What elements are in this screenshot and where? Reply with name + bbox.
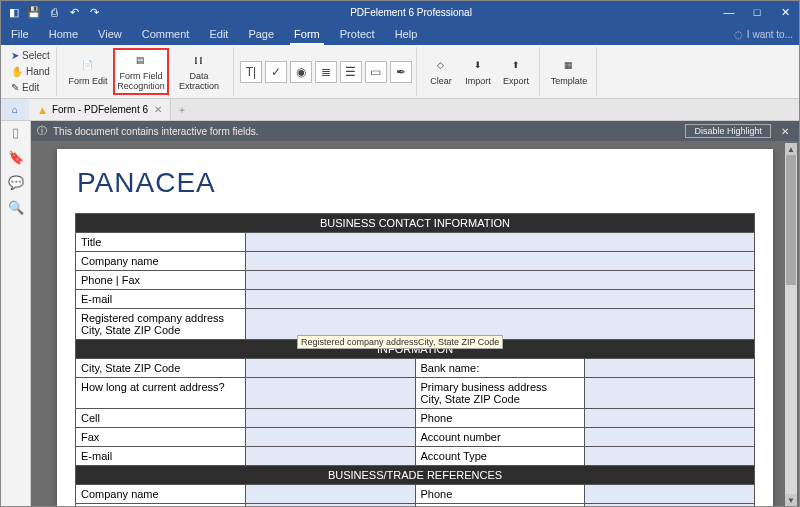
pencil-icon: ✎ [11,82,19,93]
template-button[interactable]: ▦ Template [546,55,592,88]
app-menu-icon[interactable]: ◧ [7,5,21,19]
field-phone2[interactable] [585,485,755,504]
field-email[interactable] [245,290,754,309]
field-company[interactable] [245,252,754,271]
label-acctnum: Account number [415,428,585,447]
close-infobar-icon[interactable]: ✕ [777,126,793,137]
field-phone[interactable] [585,409,755,428]
field-title[interactable] [245,233,754,252]
bookmarks-icon[interactable]: 🔖 [8,150,24,165]
home-tab-icon[interactable]: ⌂ [1,99,29,120]
menu-home[interactable]: Home [39,23,88,45]
menu-form[interactable]: Form [284,23,330,45]
comments-icon[interactable]: 💬 [8,175,24,190]
label-bankname: Bank name: [415,359,585,378]
document-tab-strip: ⌂ ▲ Form - PDFelement 6 ✕ ＋ [1,99,799,121]
search-icon[interactable]: 🔍 [8,200,24,215]
signature-tool[interactable]: ✒ [390,61,412,83]
label-company2: Company name [76,485,246,504]
menu-page[interactable]: Page [238,23,284,45]
info-icon: ⓘ [37,124,47,138]
add-tab-button[interactable]: ＋ [171,99,193,120]
brand-heading: PANACEA [77,167,755,199]
workspace: ▯ 🔖 💬 🔍 ⓘ This document contains interac… [1,121,799,507]
export-icon: ⬆ [506,56,526,76]
import-button[interactable]: ⬇ Import [459,55,497,88]
close-button[interactable]: ✕ [771,6,799,19]
listbox-tool[interactable]: ☰ [340,61,362,83]
save-icon[interactable]: 💾 [27,5,41,19]
clear-button[interactable]: ◇ Clear [423,55,459,88]
data-extraction-button[interactable]: ⫿⫿ Data Extraction [169,50,229,93]
checkbox-tool[interactable]: ✓ [265,61,287,83]
field-company2[interactable] [245,485,415,504]
label-company: Company name [76,252,246,271]
field-primaddr[interactable] [585,378,755,409]
menu-help[interactable]: Help [385,23,428,45]
label-accttype: Account Type [415,447,585,466]
bulb-icon: ◌ [734,29,743,40]
field-cityzip[interactable] [245,359,415,378]
thumbnails-icon[interactable]: ▯ [12,125,19,140]
scroll-thumb[interactable] [786,155,796,285]
label-email: E-mail [76,290,246,309]
field-fax2[interactable] [585,504,755,508]
menu-comment[interactable]: Comment [132,23,200,45]
maximize-button[interactable]: □ [743,6,771,19]
menu-protect[interactable]: Protect [330,23,385,45]
radio-tool[interactable]: ◉ [290,61,312,83]
hand-icon: ✋ [11,66,23,77]
minimize-button[interactable]: — [715,6,743,19]
select-tool[interactable]: ➤Select [9,48,52,64]
vertical-scrollbar[interactable]: ▲ ▼ [785,143,797,506]
info-message: This document contains interactive form … [53,126,679,137]
form-field-recognition-button[interactable]: ▤ Form Field Recognition [113,48,169,95]
field-accttype[interactable] [585,447,755,466]
tell-me-search[interactable]: ◌I want to... [734,29,799,40]
undo-icon[interactable]: ↶ [67,5,81,19]
disable-highlight-button[interactable]: Disable Highlight [685,124,771,138]
menu-edit[interactable]: Edit [199,23,238,45]
label-address: Address [76,504,246,508]
field-address[interactable] [245,504,415,508]
template-icon: ▦ [559,56,579,76]
field-bankname[interactable] [585,359,755,378]
menu-view[interactable]: View [88,23,132,45]
field-acctnum[interactable] [585,428,755,447]
window-title: PDFelement 6 Professional [107,7,715,18]
button-tool[interactable]: ▭ [365,61,387,83]
label-fax: Fax [76,428,246,447]
import-icon: ⬇ [468,56,488,76]
field-cell[interactable] [245,409,415,428]
label-regaddr: Registered company address City, State Z… [76,309,246,340]
scroll-down-icon[interactable]: ▼ [785,494,797,506]
field-fax[interactable] [245,428,415,447]
label-phonefax: Phone | Fax [76,271,246,290]
document-tab-label: Form - PDFelement 6 [52,104,148,115]
form-table: BUSINESS CONTACT INFORMATION Title Compa… [75,213,755,507]
field-phonefax[interactable] [245,271,754,290]
label-cell: Cell [76,409,246,428]
redo-icon[interactable]: ↷ [87,5,101,19]
form-edit-button[interactable]: 📄 Form Edit [63,55,113,88]
combobox-tool[interactable]: ≣ [315,61,337,83]
document-area: ⓘ This document contains interactive for… [31,121,799,507]
field-email2[interactable] [245,447,415,466]
label-email2: E-mail [76,447,246,466]
close-tab-icon[interactable]: ✕ [154,104,162,115]
menu-file[interactable]: File [1,23,39,45]
field-howlong[interactable] [245,378,415,409]
edit-tool[interactable]: ✎Edit [9,80,52,96]
export-button[interactable]: ⬆ Export [497,55,535,88]
section-contact: BUSINESS CONTACT INFORMATION [76,214,755,233]
field-tooltip: Registered company addressCity, State ZI… [297,335,503,349]
form-edit-icon: 📄 [78,56,98,76]
document-tab[interactable]: ▲ Form - PDFelement 6 ✕ [29,99,171,120]
section-refs: BUSINESS/TRADE REFERENCES [76,466,755,485]
label-fax2: Fax [415,504,585,508]
print-icon[interactable]: ⎙ [47,5,61,19]
hand-tool[interactable]: ✋Hand [9,64,52,80]
window-controls: — □ ✕ [715,6,799,19]
text-field-tool[interactable]: T| [240,61,262,83]
scroll-up-icon[interactable]: ▲ [785,143,797,155]
